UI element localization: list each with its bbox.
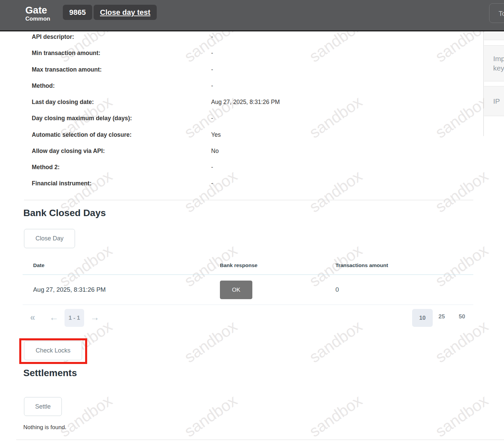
check-locks-button[interactable]: Check Locks (24, 341, 82, 360)
field-value: - (211, 33, 213, 41)
field-row: Allow day closing via API:No (0, 148, 473, 155)
close-day-button[interactable]: Close Day (24, 229, 75, 248)
field-row: Financial instrument:- (0, 180, 473, 187)
field-value: - (211, 115, 213, 122)
pagination-prev-icon[interactable]: ← (49, 312, 58, 323)
table-header-divider (23, 275, 473, 275)
sidebar-item-ip[interactable]: IP (484, 86, 504, 116)
field-row: Last day closing date:Aug 27, 2025, 8:31… (0, 99, 473, 106)
field-value: No (211, 148, 219, 155)
field-label: Method 2: (32, 164, 60, 171)
header-right-button[interactable]: To (489, 3, 504, 23)
app-title: Gate (25, 5, 50, 16)
field-label: Min transaction amount: (32, 50, 100, 57)
field-row: Max transaction amount:- (0, 66, 473, 74)
main-content: API descriptor:- Min transaction amount:… (0, 0, 504, 444)
pagination-next-icon[interactable]: → (90, 312, 99, 323)
field-label: Max transaction amount: (32, 66, 102, 73)
column-header-date: Date (33, 262, 45, 268)
page-size-option-10[interactable]: 10 (412, 309, 433, 327)
gate-name-link[interactable]: Close day test (94, 5, 157, 20)
bottom-divider (16, 440, 504, 440)
pagination-range: 1 - 1 (65, 309, 84, 327)
field-value: - (211, 82, 213, 89)
field-value: - (211, 180, 213, 187)
section-divider (24, 200, 473, 200)
sidebar-panel-top (484, 32, 504, 40)
field-label: API descriptor: (32, 33, 74, 41)
field-label: Method: (32, 82, 55, 89)
field-label: Allow day closing via API: (32, 148, 105, 155)
field-row: Automatic selection of day closure:Yes (0, 131, 473, 139)
app-brand: Gate Common (25, 5, 50, 22)
sidebar-item-import-key[interactable]: Imp key (484, 45, 504, 81)
field-row: API descriptor:- (0, 33, 473, 41)
column-header-transactions-amount: Transactions amount (335, 262, 388, 268)
field-label: Financial instrument: (32, 180, 92, 187)
empty-result-text: Nothing is found. (23, 424, 67, 431)
field-label: Day closing maximum delay (days): (32, 115, 132, 122)
page: sandboxsandboxsandboxsandboxsandboxsandb… (0, 0, 504, 444)
field-row: Min transaction amount:- (0, 50, 473, 57)
field-row: Day closing maximum delay (days):- (0, 115, 473, 122)
app-subtitle: Common (25, 16, 50, 22)
bank-closed-days-title: Bank Closed Days (23, 208, 106, 218)
cell-transactions-amount: 0 (335, 286, 339, 293)
settlements-title: Settlements (23, 368, 77, 378)
field-label: Automatic selection of day closure: (32, 131, 132, 138)
page-size-option-25[interactable]: 25 (438, 313, 445, 320)
settle-button[interactable]: Settle (24, 397, 62, 416)
page-size-option-50[interactable]: 50 (459, 313, 465, 320)
field-value: Yes (211, 131, 221, 138)
field-value: - (211, 50, 213, 57)
field-value: - (211, 66, 213, 73)
field-value: Aug 27, 2025, 8:31:26 PM (211, 99, 280, 106)
table-row-divider (23, 305, 473, 305)
field-row: Method:- (0, 82, 473, 90)
cell-date: Aug 27, 2025, 8:31:26 PM (33, 286, 106, 293)
bank-response-badge: OK (220, 281, 252, 299)
pagination-first-icon[interactable]: « (30, 312, 35, 323)
column-header-bank-response: Bank response (220, 262, 257, 268)
field-row: Method 2:- (0, 164, 473, 171)
right-sidebar: Imp key IP (483, 31, 504, 136)
gate-id-badge: 9865 (63, 5, 92, 20)
field-value: - (211, 164, 213, 171)
field-label: Last day closing date: (32, 99, 94, 106)
app-header: Gate Common 9865 Close day test To (0, 0, 504, 31)
